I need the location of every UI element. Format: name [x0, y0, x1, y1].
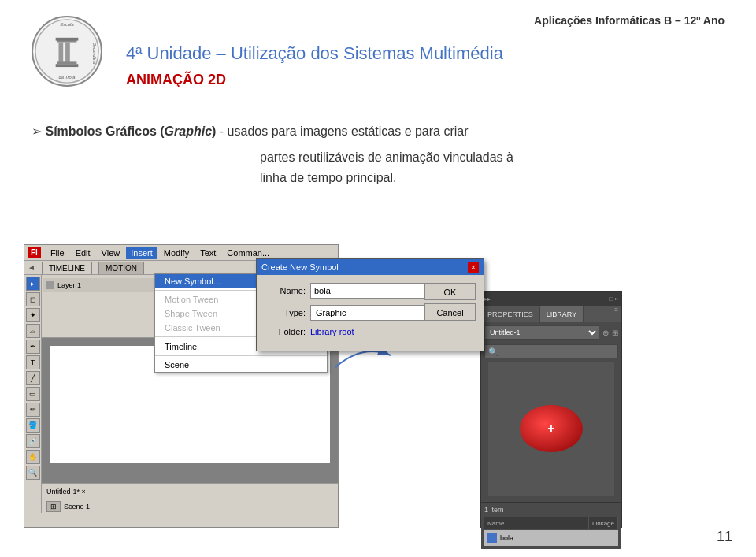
col-linkage: Linkage: [589, 517, 618, 529]
dropdown-scene[interactable]: Scene: [155, 358, 327, 372]
props-search-bar: 🔍: [484, 344, 618, 358]
props-icon1[interactable]: ⊕: [602, 329, 609, 337]
tab-library[interactable]: LIBRARY: [540, 306, 584, 322]
folder-link[interactable]: Library root: [310, 327, 354, 336]
menu-view[interactable]: View: [97, 247, 125, 259]
bold-text: Símbolos Gráficos (Graphic): [45, 124, 216, 138]
properties-panel: ▸▸ ─ □ × PROPERTIES LIBRARY ≡ Untitled-1…: [480, 291, 622, 528]
dropdown-sep-3: [155, 355, 327, 356]
props-doc-select[interactable]: Untitled-1: [484, 325, 599, 340]
svg-rect-6: [65, 43, 70, 64]
ok-button[interactable]: OK: [424, 283, 476, 300]
props-maximize-icon[interactable]: □: [609, 295, 613, 303]
tool-pen[interactable]: ✒: [26, 340, 40, 354]
tool-text[interactable]: T: [26, 355, 40, 369]
continuation-line2: partes reutilizáveis de animação vincula…: [260, 147, 724, 168]
item-name: bola: [500, 534, 513, 542]
tool-free-transform[interactable]: ✦: [26, 308, 40, 322]
course-title: Aplicações Informáticas B – 12º Ano: [534, 14, 724, 27]
continuation-line3: linha de tempo principal.: [260, 168, 724, 188]
tool-eyedropper[interactable]: 💉: [26, 434, 40, 448]
tool-lasso[interactable]: ⌓: [26, 324, 40, 338]
props-minimize-icon[interactable]: ─: [603, 295, 608, 303]
layer-icon: [46, 281, 54, 289]
cancel-button[interactable]: Cancel: [424, 303, 476, 321]
dialog-title: Create New Symbol: [261, 262, 339, 272]
page-number: 11: [717, 529, 732, 545]
title-section: 4ª Unidade – Utilização dos Sistemas Mul…: [126, 43, 724, 104]
folder-label: Folder:: [266, 327, 306, 336]
scene-indicator: ⊞: [46, 501, 61, 512]
svg-rect-9: [56, 64, 79, 67]
props-doc-row: Untitled-1 ⊕ ⊞: [484, 325, 618, 340]
tool-line[interactable]: ╱: [26, 371, 40, 385]
doc-name-tab: Untitled-1* ×: [46, 488, 86, 496]
school-logo: Escola Secundária da Trofa: [32, 16, 110, 95]
menu-insert[interactable]: Insert: [126, 247, 158, 259]
tools-panel: ▸ ◻ ✦ ⌓ ✒ T ╱ ▭ ✏ 🪣 💉 ✋ 🔍: [24, 275, 42, 513]
main-title: 4ª Unidade – Utilização dos Sistemas Mul…: [126, 43, 724, 64]
props-menu-icon[interactable]: ≡: [611, 306, 621, 322]
props-title-controls: ─ □ ×: [603, 295, 618, 303]
menu-edit[interactable]: Edit: [71, 247, 95, 259]
fl-badge: Fl: [28, 247, 41, 258]
screenshot-container: Fl File Edit View Insert Modify Text Com…: [24, 244, 622, 528]
name-label: Name:: [266, 286, 306, 295]
tool-rect[interactable]: ▭: [26, 387, 40, 401]
menu-text[interactable]: Text: [195, 247, 220, 259]
props-content: Untitled-1 ⊕ ⊞ 🔍 +: [481, 322, 621, 502]
tool-pencil[interactable]: ✏: [26, 403, 40, 417]
svg-text:Escola: Escola: [60, 22, 73, 27]
content-section: ➢ Símbolos Gráficos (Graphic) - usados p…: [32, 122, 724, 188]
canvas-preview: +: [488, 362, 614, 496]
tab-timeline[interactable]: TIMELINE: [42, 262, 92, 274]
svg-rect-7: [57, 61, 77, 64]
props-tabs: PROPERTIES LIBRARY ≡: [481, 306, 621, 322]
svg-rect-5: [58, 43, 63, 64]
props-titlebar: ▸▸ ─ □ ×: [481, 292, 621, 306]
table-header: Name Linkage: [484, 517, 618, 529]
tool-hand[interactable]: ✋: [26, 450, 40, 464]
type-label: Type:: [266, 308, 306, 317]
props-close-icon[interactable]: ×: [614, 295, 618, 303]
scene-bar: ⊞ Scene 1: [42, 499, 338, 513]
layer-name: Layer 1: [57, 281, 81, 289]
props-library-bottom: 1 item Name Linkage bola: [481, 502, 621, 549]
dialog-titlebar: Create New Symbol ×: [257, 259, 484, 275]
tool-subselect[interactable]: ◻: [26, 292, 40, 306]
search-icon: 🔍: [488, 347, 498, 356]
sub-title: ANIMAÇÃO 2D: [126, 72, 724, 88]
tool-bucket[interactable]: 🪣: [26, 418, 40, 433]
col-name: Name: [484, 517, 589, 529]
dialog-folder-row: Folder: Library root: [266, 327, 474, 336]
create-symbol-dialog: Create New Symbol × Name: Type: Graphic …: [256, 258, 484, 351]
tab-properties[interactable]: PROPERTIES: [481, 306, 540, 322]
menu-commands[interactable]: Comman...: [222, 247, 274, 259]
svg-text:da Trofa: da Trofa: [59, 75, 76, 80]
props-icon2[interactable]: ⊞: [612, 329, 618, 337]
menu-file[interactable]: File: [46, 247, 69, 259]
red-ellipse: +: [520, 405, 583, 452]
scene-name: Scene 1: [64, 503, 90, 511]
svg-rect-8: [56, 38, 79, 41]
bullet-line1: ➢ Símbolos Gráficos (Graphic) - usados p…: [32, 122, 724, 141]
bottom-bar: Untitled-1* ×: [42, 483, 338, 499]
library-item-bola[interactable]: bola: [484, 530, 618, 546]
svg-text:Secundária: Secundária: [92, 43, 97, 65]
dialog-buttons: OK Cancel: [424, 283, 476, 321]
ellipse-crosshair: +: [547, 421, 554, 436]
tool-select[interactable]: ▸: [26, 277, 40, 291]
item-count: 1 item: [484, 506, 618, 514]
dialog-close-button[interactable]: ×: [468, 262, 479, 273]
props-title-text: ▸▸: [484, 295, 491, 303]
props-search-input[interactable]: [498, 345, 614, 358]
arrow-bullet: ➢: [32, 124, 45, 138]
svg-rect-11: [489, 535, 495, 541]
graphic-symbol-icon: [487, 533, 497, 543]
tool-zoom[interactable]: 🔍: [26, 466, 40, 480]
tab-motion[interactable]: MOTION: [98, 262, 144, 274]
menu-modify[interactable]: Modify: [159, 247, 194, 259]
